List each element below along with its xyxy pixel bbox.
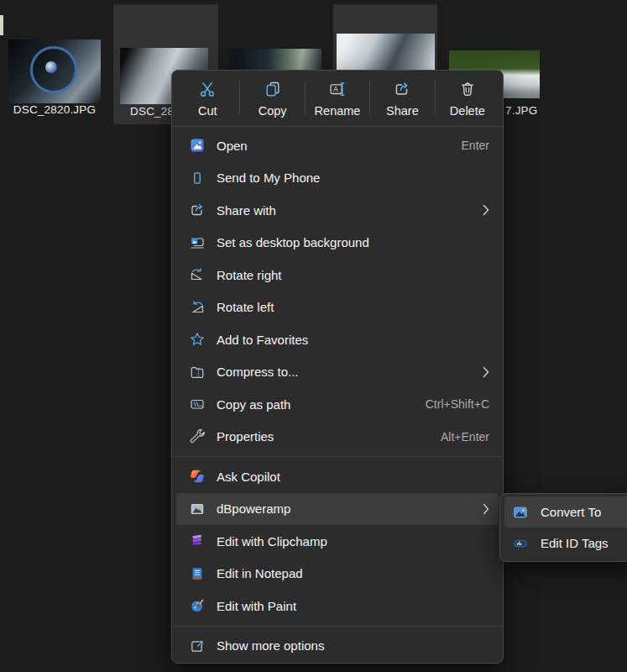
menu-item-label: Edit with Paint	[217, 599, 489, 613]
rename-icon: A	[328, 80, 347, 101]
desktop-background-icon	[189, 234, 206, 251]
menu-item-label: Add to Favorites	[217, 333, 489, 347]
menu-item-dbpoweramp[interactable]: dBpoweramp	[176, 493, 499, 526]
menu-separator	[173, 626, 502, 627]
chevron-right-icon	[483, 503, 489, 515]
menu-item-show-more-options[interactable]: Show more options	[176, 630, 499, 663]
copy-icon	[264, 80, 282, 101]
menu-item-label: Compress to...	[217, 365, 473, 379]
share-icon	[393, 80, 411, 101]
menu-item-shortcut: Alt+Enter	[441, 430, 489, 444]
command-bar: Cut Copy A Rename	[172, 71, 503, 126]
submenu-item-edit-id-tags[interactable]: Edit ID Tags	[504, 528, 627, 559]
menu-item-copy-as-path[interactable]: Copy as path Ctrl+Shift+C	[176, 388, 499, 421]
file-name-label[interactable]: 7.JPG	[505, 104, 538, 117]
menu-item-shortcut: Enter	[462, 139, 489, 152]
share-label: Share	[386, 104, 419, 118]
show-more-icon	[189, 638, 206, 654]
menu-item-label: Open	[217, 139, 452, 153]
notepad-icon	[189, 565, 206, 582]
zip-folder-icon	[189, 364, 206, 381]
menu-item-label: Rotate right	[217, 268, 489, 282]
submenu-item-label: Convert To	[541, 505, 601, 519]
photos-icon	[189, 137, 206, 154]
menu-separator	[173, 456, 502, 457]
delete-label: Delete	[450, 104, 485, 118]
phone-icon	[189, 170, 206, 186]
menu-item-open[interactable]: Open Enter	[176, 129, 499, 162]
rename-button[interactable]: A Rename	[306, 71, 369, 126]
cut-button[interactable]: Cut	[175, 71, 239, 126]
svg-text:A: A	[333, 86, 338, 93]
id-tags-icon	[512, 535, 529, 552]
menu-item-shortcut: Ctrl+Shift+C	[426, 397, 489, 411]
menu-item-compress-to[interactable]: Compress to...	[176, 356, 499, 389]
cut-label: Cut	[198, 104, 217, 118]
file-name-label[interactable]: DSC_28	[130, 105, 174, 118]
menu-item-label: Rotate left	[217, 300, 489, 314]
dbpoweramp-submenu: Convert To Edit ID Tags	[499, 493, 627, 562]
copy-button[interactable]: Copy	[240, 71, 304, 126]
star-icon	[189, 331, 206, 348]
menu-item-edit-with-clipchamp[interactable]: Edit with Clipchamp	[176, 525, 499, 558]
clipchamp-icon	[189, 533, 206, 549]
wrench-icon	[189, 428, 206, 445]
menu-item-set-as-desktop-background[interactable]: Set as desktop background	[176, 227, 499, 260]
chevron-right-icon	[483, 366, 489, 378]
chevron-right-icon	[483, 204, 489, 216]
copy-path-icon	[189, 396, 206, 412]
rotate-right-icon	[189, 266, 206, 283]
menu-item-label: Set as desktop background	[217, 235, 489, 249]
menu-item-label: Show more options	[217, 638, 489, 653]
context-menu: Cut Copy A Rename	[171, 70, 504, 664]
menu-item-label: dBpoweramp	[217, 501, 473, 516]
submenu-item-convert-to[interactable]: Convert To	[504, 496, 627, 528]
menu-item-label: Edit with Clipchamp	[217, 534, 489, 549]
menu-item-label: Send to My Phone	[217, 171, 489, 185]
copilot-icon	[189, 468, 206, 485]
menu-item-label: Share with	[217, 203, 473, 218]
menu-item-rotate-left[interactable]: Rotate left	[176, 291, 499, 324]
menu-item-label: Ask Copilot	[217, 470, 489, 484]
menu-item-ask-copilot[interactable]: Ask Copilot	[176, 460, 499, 493]
menu-item-add-to-favorites[interactable]: Add to Favorites	[176, 323, 499, 356]
menu-item-label: Copy as path	[217, 397, 415, 412]
partial-thumbnail-sliver	[0, 15, 3, 35]
delete-icon	[458, 80, 477, 101]
menu-item-label: Properties	[217, 429, 431, 444]
submenu-item-label: Edit ID Tags	[541, 536, 609, 550]
menu-item-edit-with-paint[interactable]: Edit with Paint	[176, 590, 499, 622]
menu-item-properties[interactable]: Properties Alt+Enter	[176, 421, 499, 454]
cut-icon	[198, 80, 217, 101]
menu-item-send-to-my-phone[interactable]: Send to My Phone	[176, 162, 499, 195]
delete-button[interactable]: Delete	[436, 71, 499, 126]
menu-item-edit-in-notepad[interactable]: Edit in Notepad	[176, 558, 499, 591]
share-icon	[189, 202, 206, 218]
rotate-left-icon	[189, 299, 206, 316]
dbpoweramp-icon	[189, 501, 206, 517]
convert-to-icon	[512, 504, 529, 521]
context-menu-list: Open Enter Send to My Phone Share with	[172, 127, 503, 664]
file-name-label[interactable]: DSC_2820.JPG	[8, 103, 101, 116]
copy-label: Copy	[259, 104, 287, 118]
rename-label: Rename	[315, 104, 361, 118]
paint-icon	[189, 597, 206, 614]
menu-item-rotate-right[interactable]: Rotate right	[176, 259, 499, 291]
menu-item-label: Edit in Notepad	[217, 566, 489, 580]
file-thumbnail[interactable]	[8, 39, 101, 103]
steering-wheel-hub-graphic	[45, 61, 57, 73]
menu-item-share-with[interactable]: Share with	[176, 194, 499, 227]
share-button[interactable]: Share	[370, 71, 434, 126]
